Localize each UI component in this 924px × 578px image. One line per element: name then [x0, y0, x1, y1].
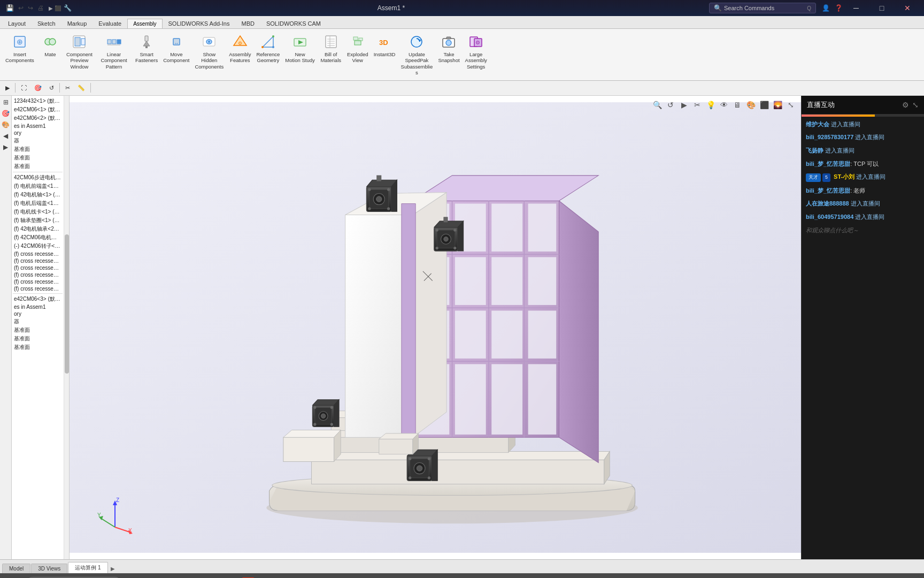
taskbar-files[interactable]: 📁 [163, 575, 180, 578]
tree-item[interactable]: 基准面 [13, 334, 63, 343]
icon-nav-left[interactable]: ◀ [1, 131, 11, 141]
view-tb-render[interactable]: 🎨 [745, 99, 757, 111]
tree-item[interactable]: 基准面 [13, 154, 63, 162]
take-snapshot-button[interactable]: TakeSnapshot [436, 31, 461, 78]
large-assembly-button[interactable]: ⚙ LargeAssemblySettings [463, 31, 489, 78]
tree-item[interactable]: e42CM06<1> (默认<默 [13, 105, 63, 114]
taskbar-maps[interactable]: 🗺 [124, 575, 141, 578]
tree-item[interactable]: (f) cross recessed pan [13, 271, 63, 278]
reference-geometry-button[interactable]: ReferenceGeometry [254, 31, 282, 78]
view-tb-expand[interactable]: ⤡ [785, 99, 797, 111]
taskbar-app4[interactable]: 🎮 [259, 575, 276, 578]
tree-scrollbar[interactable] [64, 96, 69, 559]
icon-expand[interactable]: ⊞ [1, 97, 11, 108]
user-profile[interactable]: 👤 [820, 4, 831, 12]
close-button[interactable]: ✕ [895, 0, 920, 16]
tree-item[interactable]: ory [13, 130, 63, 136]
tree-item[interactable]: 42CM06步进电机 (0.6 [13, 173, 63, 182]
tree-item[interactable]: 基准面 [13, 145, 63, 154]
view-tb-rotate[interactable]: ↺ [665, 99, 676, 111]
move-component-button[interactable]: ↔ MoveComponent [161, 31, 191, 78]
tree-item[interactable]: 器 [13, 136, 63, 145]
tab-layout[interactable]: Layout [2, 18, 32, 28]
tab-markup[interactable]: Markup [61, 18, 93, 28]
tree-item[interactable]: (f) cross recessed pan [13, 250, 63, 257]
taskbar-browser[interactable]: e [143, 575, 160, 578]
qa-save[interactable]: 💾 [4, 3, 16, 13]
viewport[interactable]: 🔍 ↺ ▶ ✂ 💡 👁 🖥 🎨 ⬛ 🌄 ⤡ [70, 96, 801, 559]
taskbar-solidworks[interactable]: SW [240, 575, 257, 578]
tree-item[interactable]: (f) cross recessed pan [13, 278, 63, 285]
tree-item[interactable]: 1234r432<1> (默认<< [13, 97, 63, 105]
smart-fasteners-button[interactable]: SmartFasteners [133, 31, 160, 78]
window-controls[interactable]: ─ □ ✕ [844, 0, 920, 16]
tab-model[interactable]: Model [2, 564, 30, 573]
tab-mbd[interactable]: MBD [235, 18, 260, 28]
show-hidden-button[interactable]: ShowHiddenComponents [192, 31, 226, 78]
new-motion-study-button[interactable]: NewMotion Study [283, 31, 317, 78]
tab-3d-views[interactable]: 3D Views [31, 564, 67, 573]
tree-item[interactable]: (f) 42电机轴<1> (默认 [13, 191, 63, 199]
qa-undo[interactable]: ↩ [17, 3, 25, 13]
tab-sketch[interactable]: Sketch [32, 18, 61, 28]
tree-item[interactable]: es in Assem1 [13, 303, 63, 310]
tree-item[interactable]: 基准面 [13, 326, 63, 334]
tree-item[interactable]: ory [13, 310, 63, 317]
component-preview-button[interactable]: ComponentPreviewWindow [64, 31, 95, 78]
tree-item[interactable]: (f) 电机线卡<1> (默认 [13, 208, 63, 216]
help-button[interactable]: ❓ [833, 4, 844, 12]
insert-components-button[interactable]: ⊕ InsertComponents [3, 31, 36, 78]
tab-motion-study[interactable]: 运动算例 1 [68, 562, 107, 573]
mate-button[interactable]: Mate [37, 31, 63, 78]
view-tb-search[interactable]: 🔍 [651, 99, 663, 111]
taskbar-app2[interactable]: 🌐 [201, 575, 218, 578]
tab-addins[interactable]: SOLIDWORKS Add-Ins [163, 18, 236, 28]
tree-item[interactable]: (-) 42CM06转子<1> (默 [13, 242, 63, 250]
instant3d-button[interactable]: 3D Instant3D [372, 31, 398, 78]
taskbar-app1[interactable]: 📧 [182, 575, 199, 578]
tab-evaluate[interactable]: Evaluate [93, 18, 127, 28]
icon-nav-right[interactable]: ▶ [1, 142, 11, 153]
chat-settings-icon[interactable]: ⚙ [902, 101, 909, 109]
linear-component-pattern-button[interactable]: Linear ComponentPattern [96, 31, 132, 78]
expand-tab[interactable]: ▶ [111, 566, 115, 573]
view-tb-hide[interactable]: ⬛ [758, 99, 770, 111]
assembly-features-button[interactable]: ⚙ AssemblyFeatures [227, 31, 253, 78]
chat-message[interactable]: 和观众聊点什么吧～ [806, 226, 920, 235]
tree-item[interactable]: (f) cross recessed pan [13, 257, 63, 264]
tab-assembly[interactable]: Assembly [127, 19, 162, 28]
tb-section[interactable]: ✂ [62, 83, 73, 93]
tb-zoom-fit[interactable]: ⛶ [18, 83, 30, 92]
tree-item[interactable]: e42CM06<2> (默认<默 [13, 114, 63, 123]
qa-redo[interactable]: ↪ [26, 3, 35, 13]
bill-of-materials-button[interactable]: Bill ofMaterials [318, 31, 344, 78]
view-tb-display[interactable]: 🖥 [732, 99, 743, 111]
start-button[interactable] [4, 574, 24, 578]
tb-select[interactable]: ▶ [2, 83, 13, 93]
tree-item[interactable]: (f) 42CM06电机定子<1 [13, 233, 63, 242]
view-tb-scene[interactable]: 🌄 [772, 99, 783, 111]
quick-access-toolbar[interactable]: 💾 ↩ ↪ 🖨 ▶ ⬛ 🔧 [4, 3, 73, 13]
tree-item[interactable]: (f) cross recessed pan [13, 285, 63, 292]
tree-item[interactable]: (f) 轴承垫圈<1> (默认< [13, 216, 63, 225]
view-tb-select[interactable]: ▶ [678, 99, 690, 111]
minimize-button[interactable]: ─ [844, 0, 868, 16]
tree-item[interactable]: es in Assem1 [13, 123, 63, 130]
command-search[interactable]: 🔍 Search Commands Q [709, 3, 816, 13]
view-tb-view[interactable]: 👁 [718, 99, 730, 111]
chat-expand-icon[interactable]: ⤡ [912, 101, 919, 109]
tree-item[interactable]: 基准面 [13, 162, 63, 171]
view-tb-section[interactable]: ✂ [691, 99, 703, 111]
tree-item[interactable]: 器 [13, 317, 63, 326]
tree-item[interactable]: (f) 42电机轴承<2> (默认 [13, 225, 63, 233]
tree-item[interactable]: (f) 电机后端盖<1> (默认 [13, 199, 63, 208]
view-tb-lights[interactable]: 💡 [705, 99, 717, 111]
icon-target[interactable]: 🎯 [1, 108, 11, 119]
tree-item[interactable]: (f) cross recessed pan [13, 264, 63, 271]
tree-item[interactable]: e42CM06<3> (默认<默 [13, 295, 63, 303]
tree-item[interactable]: (f) 电机前端盖<1> (默认 [13, 182, 63, 191]
tree-item[interactable]: 基准面 [13, 343, 63, 352]
tb-rotate[interactable]: ↺ [46, 83, 57, 93]
tab-cam[interactable]: SOLIDWORKS CAM [260, 18, 327, 28]
exploded-view-button[interactable]: ExplodedView [345, 31, 371, 78]
